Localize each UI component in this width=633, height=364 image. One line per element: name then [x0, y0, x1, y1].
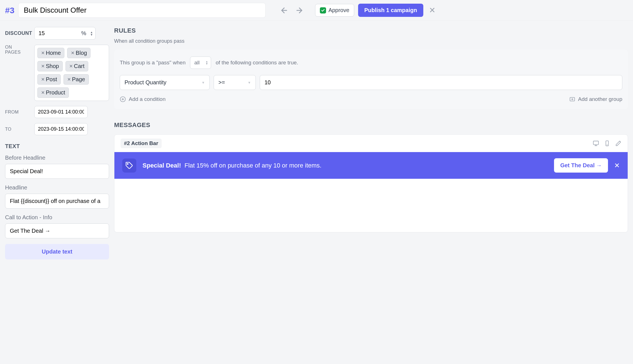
message-body-blank	[114, 179, 628, 232]
headline-label: Headline	[5, 184, 109, 191]
close-icon[interactable]: ✕	[427, 6, 437, 15]
page-tag[interactable]: ✕Home	[37, 48, 64, 58]
approve-label: Approve	[328, 7, 349, 13]
update-text-button[interactable]: Update text	[5, 244, 109, 259]
chevron-down-icon: ▼	[248, 81, 251, 85]
tag-remove-icon[interactable]: ✕	[41, 64, 45, 69]
main-panel: RULES When all condition groups pass Thi…	[114, 27, 628, 232]
action-bar-body: Flat 15% off on purchase of any 10 or mo…	[184, 162, 322, 169]
cta-input[interactable]	[5, 223, 109, 238]
action-bar-preview: Special Deal! Flat 15% off on purchase o…	[114, 152, 628, 179]
page-tag[interactable]: ✕Post	[37, 74, 61, 85]
discount-input-group: % ▲▼	[34, 27, 96, 40]
svg-rect-8	[593, 141, 598, 145]
desktop-icon[interactable]	[593, 140, 599, 146]
tag-remove-icon[interactable]: ✕	[41, 77, 45, 82]
text-section-title: TEXT	[5, 143, 109, 150]
edit-icon[interactable]	[615, 140, 621, 146]
check-icon	[320, 7, 326, 13]
arrow-left-icon	[280, 6, 288, 15]
tag-remove-icon[interactable]: ✕	[67, 77, 71, 82]
rules-title: RULES	[114, 27, 628, 34]
discount-label: DISCOUNT	[5, 30, 30, 36]
before-headline-label: Before Headline	[5, 155, 109, 161]
from-label: FROM	[5, 110, 30, 115]
condition-operator-select[interactable]: >= ▼	[214, 75, 256, 90]
publish-button[interactable]: Publish 1 campaign	[358, 4, 423, 17]
condition-field-value: Product Quantity	[125, 79, 166, 86]
page-tag[interactable]: ✕Product	[37, 87, 69, 98]
campaign-title-input[interactable]	[18, 3, 266, 18]
prev-arrow-button[interactable]	[278, 4, 290, 17]
plus-circle-icon	[120, 96, 126, 102]
mobile-icon[interactable]	[604, 140, 610, 146]
group-suffix: of the following conditions are true.	[216, 60, 298, 66]
page-tag[interactable]: ✕Shop	[37, 61, 63, 71]
page-tag[interactable]: ✕Blog	[67, 48, 91, 58]
rules-card: This group is a "pass" when all ▲▼ of th…	[114, 50, 628, 109]
tag-icon	[122, 159, 136, 173]
action-bar-close-icon[interactable]: ✕	[614, 162, 620, 169]
tag-remove-icon[interactable]: ✕	[41, 50, 45, 56]
page-tag[interactable]: ✕Page	[64, 74, 89, 85]
page-tags-box[interactable]: ✕Home✕Blog✕Shop✕Cart✕Post✕Page✕Product	[34, 45, 109, 101]
nav-arrows	[278, 4, 306, 17]
condition-field-select[interactable]: Product Quantity ▼	[120, 75, 210, 90]
chevron-updown-icon: ▲▼	[205, 60, 208, 65]
on-pages-label: ON PAGES	[5, 45, 30, 55]
add-condition-button[interactable]: Add a condition	[120, 96, 166, 102]
message-badge: #2 Action Bar	[121, 139, 162, 148]
approve-button[interactable]: Approve	[315, 4, 354, 17]
to-label: TO	[5, 127, 30, 132]
tag-remove-icon[interactable]: ✕	[69, 64, 73, 69]
svg-rect-11	[606, 141, 608, 146]
add-group-label: Add another group	[578, 96, 622, 102]
next-arrow-button[interactable]	[293, 4, 306, 17]
folder-plus-icon	[569, 96, 575, 102]
top-bar: #3 Approve Publish 1 campaign ✕	[0, 0, 633, 21]
arrow-right-icon	[295, 6, 304, 15]
tag-remove-icon[interactable]: ✕	[71, 50, 74, 56]
to-date-input[interactable]	[34, 123, 88, 135]
tag-remove-icon[interactable]: ✕	[41, 90, 45, 95]
discount-value-input[interactable]	[35, 27, 80, 39]
action-bar-bold: Special Deal!	[143, 162, 181, 169]
add-condition-label: Add a condition	[129, 96, 166, 102]
discount-stepper[interactable]: ▲▼	[88, 30, 95, 37]
get-deal-button[interactable]: Get The Deal →	[554, 158, 608, 173]
add-group-button[interactable]: Add another group	[569, 96, 622, 102]
headline-input[interactable]	[5, 194, 109, 209]
chevron-down-icon: ▼	[202, 81, 205, 85]
from-date-input[interactable]	[34, 106, 88, 118]
messages-title: MESSAGES	[114, 121, 628, 129]
condition-operator-value: >=	[218, 79, 225, 86]
group-mode-value: all	[194, 60, 200, 66]
condition-value-input[interactable]	[260, 75, 622, 90]
cta-label: Call to Action - Info	[5, 214, 109, 221]
page-tag[interactable]: ✕Cart	[65, 61, 88, 71]
message-card: #2 Action Bar Special Deal! Flat 15% off…	[114, 134, 628, 232]
group-mode-select[interactable]: all ▲▼	[190, 56, 211, 69]
sidebar: DISCOUNT % ▲▼ ON PAGES ✕Home✕Blog✕Shop✕C…	[5, 27, 109, 259]
rules-subtitle: When all condition groups pass	[114, 38, 628, 44]
discount-unit: %	[80, 30, 88, 37]
svg-point-13	[127, 163, 128, 164]
action-bar-text: Special Deal! Flat 15% off on purchase o…	[143, 162, 548, 169]
campaign-number: #3	[5, 6, 14, 15]
before-headline-input[interactable]	[5, 164, 109, 179]
group-prefix: This group is a "pass" when	[120, 60, 186, 66]
